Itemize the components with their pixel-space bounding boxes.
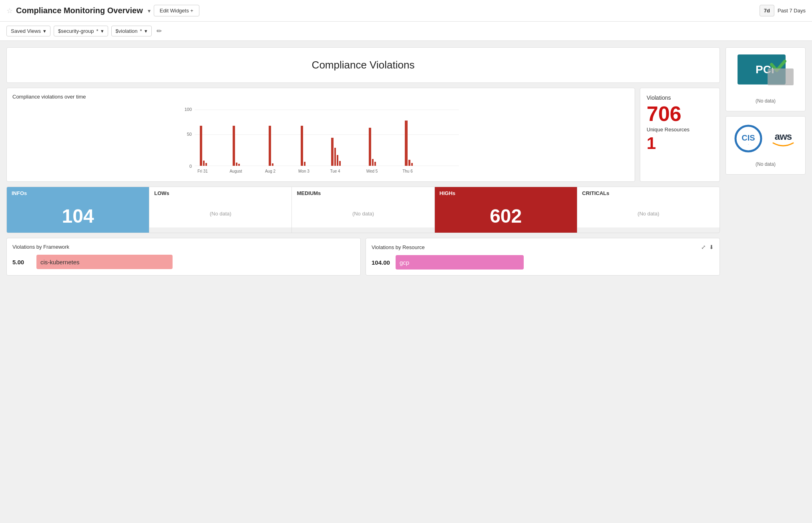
header-left: ☆ Compliance Monitoring Overview ▾ Edit …	[6, 5, 199, 16]
mediums-body: (No data)	[292, 199, 434, 227]
header-right: 7d Past 7 Days	[760, 5, 806, 16]
criticals-no-data: (No data)	[637, 211, 659, 217]
svg-rect-20	[331, 138, 334, 166]
svg-rect-31	[411, 163, 413, 166]
download-icon[interactable]: ⬇	[709, 244, 714, 250]
time-range-label: Past 7 Days	[778, 8, 806, 14]
unique-resources-label: Unique Resources	[647, 127, 689, 133]
star-icon[interactable]: ☆	[6, 6, 13, 15]
violations-count: 706	[647, 103, 681, 124]
svg-rect-26	[372, 159, 374, 166]
chart-title: Compliance violations over time	[12, 94, 629, 100]
chart-card: Compliance violations over time 100 50 0	[6, 88, 635, 182]
svg-text:·: ·	[748, 143, 748, 146]
svg-text:Thu 6: Thu 6	[402, 169, 413, 173]
violation-label: $violation	[116, 28, 138, 34]
mediums-no-data: (No data)	[352, 211, 374, 217]
page-title: Compliance Monitoring Overview	[16, 6, 143, 15]
time-range-button[interactable]: 7d	[760, 5, 774, 16]
lows-body: (No data)	[149, 199, 291, 227]
svg-text:aws: aws	[774, 131, 792, 142]
svg-text:0: 0	[189, 164, 192, 169]
highs-body: 602	[435, 199, 577, 233]
security-group-chevron-icon: ▾	[101, 28, 104, 34]
mediums-header: MEDIUMs	[292, 187, 434, 199]
severity-cell-lows: LOWs (No data)	[149, 187, 292, 233]
svg-rect-17	[301, 126, 303, 166]
resource-bar-row: 104.00 gcp	[372, 255, 714, 270]
security-group-value: *	[96, 28, 98, 34]
criticals-header: CRITICALs	[577, 187, 720, 199]
saved-views-dropdown[interactable]: Saved Views ▾	[6, 26, 50, 36]
expand-icon[interactable]: ⤢	[701, 244, 706, 250]
svg-rect-30	[408, 160, 410, 166]
pci-logo: PCI	[734, 52, 798, 93]
security-group-label: $security-group	[58, 28, 94, 34]
framework-bar-value: 5.00	[12, 259, 32, 266]
aws-logo: aws	[769, 129, 797, 149]
violation-value: *	[140, 28, 142, 34]
svg-text:Aug 2: Aug 2	[265, 169, 276, 173]
svg-rect-10	[233, 126, 235, 166]
infos-header: INFOs	[7, 187, 149, 199]
violations-label: Violations	[647, 95, 671, 101]
svg-rect-27	[374, 162, 376, 166]
svg-rect-23	[339, 161, 341, 166]
edit-filter-icon[interactable]: ✏	[157, 27, 162, 35]
violations-card: Violations 706 Unique Resources 1	[640, 88, 720, 182]
resource-bar-value: 104.00	[372, 259, 392, 266]
svg-text:50: 50	[187, 132, 192, 137]
cis-aws-row: CIS · aws	[731, 121, 800, 156]
lows-no-data: (No data)	[210, 211, 231, 217]
highs-header: HIGHs	[435, 187, 577, 199]
saved-views-label: Saved Views	[11, 28, 41, 34]
pci-card: PCI (No data)	[726, 47, 806, 111]
svg-rect-15	[272, 163, 273, 166]
svg-rect-21	[334, 148, 336, 166]
highs-value: 602	[490, 205, 522, 227]
chart-row: Compliance violations over time 100 50 0	[6, 88, 720, 182]
svg-text:Tue 4: Tue 4	[330, 169, 340, 173]
violation-filter[interactable]: $violation * ▾	[111, 26, 152, 36]
filter-bar: Saved Views ▾ $security-group * ▾ $viola…	[0, 22, 812, 41]
svg-text:100: 100	[185, 107, 192, 112]
framework-card: Violations by Framework 5.00 cis-kuberne…	[6, 238, 361, 276]
framework-bar-row: 5.00 cis-kubernetes	[12, 255, 355, 269]
main-content: Compliance Violations Compliance violati…	[0, 41, 812, 282]
svg-rect-12	[238, 164, 240, 166]
svg-rect-18	[304, 162, 306, 166]
saved-views-chevron-icon: ▾	[43, 28, 46, 34]
cis-logo-container: CIS ·	[734, 125, 762, 153]
infos-value: 104	[62, 205, 94, 227]
resource-bar: gcp	[396, 255, 524, 270]
svg-rect-11	[236, 163, 237, 166]
resource-card-icons: ⤢ ⬇	[701, 244, 714, 250]
cis-aws-no-data-label: (No data)	[756, 159, 776, 169]
edit-widgets-button[interactable]: Edit Widgets +	[154, 5, 199, 16]
resource-card: Violations by Resource ⤢ ⬇ 104.00 gcp	[366, 238, 720, 276]
svg-text:Fri 31: Fri 31	[197, 169, 208, 173]
svg-rect-8	[205, 163, 207, 166]
pci-no-data-label: (No data)	[756, 96, 776, 106]
svg-rect-14	[269, 126, 271, 166]
cis-aws-card: CIS · aws (No data)	[726, 116, 806, 175]
chevron-down-icon[interactable]: ▾	[148, 8, 151, 14]
right-panel: PCI (No data) CIS ·	[726, 47, 806, 276]
severity-cell-mediums: MEDIUMs (No data)	[292, 187, 434, 233]
lows-header: LOWs	[149, 187, 291, 199]
bottom-row: Violations by Framework 5.00 cis-kuberne…	[6, 238, 720, 276]
violation-chevron-icon: ▾	[145, 28, 147, 34]
severity-cell-criticals: CRITICALs (No data)	[577, 187, 720, 233]
criticals-body: (No data)	[577, 199, 720, 227]
resource-card-title: Violations by Resource	[372, 244, 425, 250]
svg-rect-6	[200, 126, 202, 166]
title-card: Compliance Violations	[6, 47, 720, 83]
svg-text:Wed 5: Wed 5	[366, 169, 378, 173]
svg-rect-36	[768, 68, 794, 85]
svg-text:Mon 3: Mon 3	[298, 169, 310, 173]
security-group-filter[interactable]: $security-group * ▾	[54, 26, 108, 36]
svg-rect-7	[203, 161, 205, 166]
severity-row: INFOs 104 LOWs (No data) MEDIUMs (No dat…	[6, 187, 720, 233]
infos-body: 104	[7, 199, 149, 233]
aws-logo-container: aws	[769, 129, 797, 149]
